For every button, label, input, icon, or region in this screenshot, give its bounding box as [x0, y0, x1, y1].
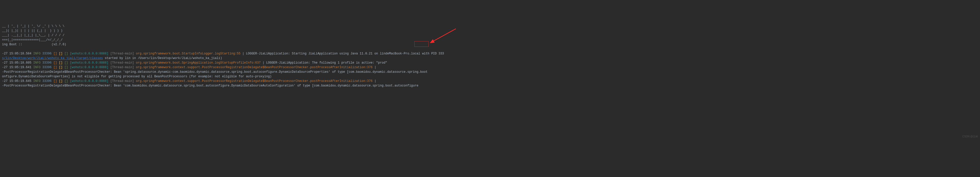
log-context: [wshoto:0.0.0.0:8088]	[70, 79, 108, 83]
bracket-group: []	[64, 61, 68, 65]
log-level: INFO	[33, 52, 40, 55]
log-context: [wshoto:0.0.0.0:8088]	[70, 66, 108, 69]
log-level: INFO	[33, 66, 40, 69]
log-message: onfigure.DynamicDataSourceProperties] is…	[2, 75, 272, 78]
watermark-text: CSDN @泛林	[963, 134, 978, 138]
log-message: | LOGGER-JiaLiApplication: The following…	[261, 61, 387, 65]
bracket-group: []	[59, 52, 62, 55]
log-logger: org.springframework.boot.SpringApplicati…	[136, 61, 261, 65]
bracket-group: []	[59, 66, 62, 69]
log-message: | LOGGER-JiaLiApplication: Starting JiaL…	[240, 52, 444, 55]
log-pid: 33396	[42, 52, 51, 55]
log-thread: [Thread-main]	[110, 79, 134, 83]
log-level: INFO	[33, 61, 40, 65]
log-level: INFO	[33, 79, 40, 83]
console-output: __ | '_ | '_| | '_ \/ _' | \ \ \ \ __)| …	[2, 19, 978, 88]
log-context: [wshoto:0.0.0.0:8088]	[70, 52, 108, 55]
ascii-banner-line: __)| |_)| | | | || (_| | ) ) ) )	[2, 29, 63, 33]
classpath-link[interactable]: s/lin/Desktop/work/JiaLi/wshoto_ka_jiali…	[2, 57, 103, 60]
ascii-banner-line: __ | '_ | '_| | '_ \/ _' | \ \ \ \	[2, 24, 64, 28]
ascii-banner-line: ___| .__|_| |_|_| |_\__, | / / / /	[2, 33, 64, 37]
log-timestamp: -27 15:05:18.605	[2, 61, 31, 65]
bracket-group: []	[54, 52, 57, 55]
log-message: -PostProcessorRegistrationDelegate$BeanP…	[2, 84, 418, 87]
log-message: -PostProcessorRegistrationDelegate$BeanP…	[2, 70, 428, 74]
log-timestamp: -27 15:05:19.645	[2, 79, 31, 83]
log-logger: org.springframework.boot.StartupInfoLogg…	[136, 52, 240, 55]
log-message: |	[372, 79, 378, 83]
log-thread: [Thread-main]	[110, 66, 134, 69]
log-message: started by lin in /Users/lin/Desktop/wor…	[103, 57, 222, 60]
log-timestamp: -27 15:05:19.641	[2, 66, 31, 69]
log-thread: [Thread-main]	[110, 61, 134, 65]
log-pid: 33396	[42, 66, 51, 69]
log-message: |	[372, 66, 378, 69]
bracket-group: []	[64, 79, 68, 83]
spring-boot-label: ing Boot ::	[2, 43, 22, 46]
log-pid: 33396	[42, 61, 51, 65]
bracket-group: []	[64, 52, 68, 55]
log-context: [wshoto:0.0.0.0:8088]	[70, 61, 108, 65]
log-thread: [Thread-main]	[110, 52, 134, 55]
bracket-group: []	[54, 66, 57, 69]
bracket-group: []	[59, 61, 62, 65]
log-logger: org.springframework.context.support.Post…	[136, 79, 372, 83]
bracket-group: []	[64, 66, 68, 69]
bracket-group: []	[59, 79, 62, 83]
log-pid: 33396	[42, 79, 51, 83]
bracket-group: []	[54, 79, 57, 83]
ascii-banner-line: ===|_|==============|___/=/_/_/_/	[2, 38, 63, 42]
log-timestamp: -27 15:05:18.584	[2, 52, 31, 55]
spring-boot-version: (v2.7.6)	[22, 43, 66, 46]
log-logger: org.springframework.context.support.Post…	[136, 66, 372, 69]
bracket-group: []	[54, 61, 57, 65]
